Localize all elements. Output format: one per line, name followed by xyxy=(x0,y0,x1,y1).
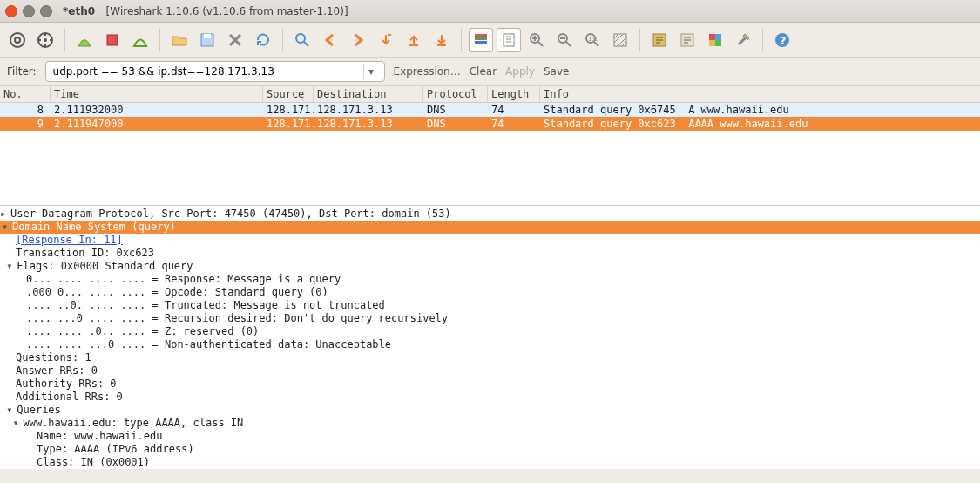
filter-dropdown-icon[interactable]: ▾ xyxy=(363,64,379,79)
go-last-icon[interactable] xyxy=(429,28,454,52)
col-header-proto[interactable]: Protocol xyxy=(423,86,488,102)
detail-additional[interactable]: Additional RRs: 0 xyxy=(0,391,980,404)
zoom-reset-icon[interactable]: 1:1 xyxy=(580,28,605,52)
detail-questions[interactable]: Questions: 1 xyxy=(0,351,980,364)
detail-dns-header[interactable]: Domain Name System (query) xyxy=(0,221,980,234)
col-header-no[interactable]: No. xyxy=(0,86,51,102)
svg-rect-8 xyxy=(475,34,487,37)
svg-point-7 xyxy=(296,34,305,43)
interface-name: *eth0 xyxy=(63,5,95,17)
reload-icon[interactable] xyxy=(251,28,275,52)
col-header-info[interactable]: Info xyxy=(540,86,980,102)
detail-q-name[interactable]: Name: www.hawaii.edu xyxy=(0,430,980,443)
help-icon[interactable]: ? xyxy=(770,28,794,52)
col-header-src[interactable]: Source xyxy=(263,86,314,102)
cell-proto: DNS xyxy=(423,104,488,116)
svg-point-1 xyxy=(15,37,20,43)
app-version: [Wireshark 1.10.6 (v1.10.6 from master-1… xyxy=(106,5,348,17)
cell-time: 2.111947000 xyxy=(51,118,263,130)
filter-expression-button[interactable]: Expression… xyxy=(394,65,461,78)
minimize-window-button[interactable] xyxy=(23,5,35,17)
go-back-icon[interactable] xyxy=(318,28,342,52)
filter-save-button[interactable]: Save xyxy=(544,65,569,78)
detail-queries[interactable]: Queries xyxy=(0,404,980,417)
svg-rect-20 xyxy=(715,34,721,40)
coloring-rules-icon[interactable] xyxy=(703,28,727,52)
collapse-icon[interactable] xyxy=(12,417,23,429)
cell-dst: 128.171.3.13 xyxy=(314,118,423,130)
expand-icon[interactable] xyxy=(0,207,10,220)
stop-capture-icon[interactable] xyxy=(100,28,125,52)
filter-input[interactable] xyxy=(51,65,363,78)
colorize-icon[interactable] xyxy=(469,28,493,52)
svg-rect-11 xyxy=(504,34,514,46)
cell-no: 8 xyxy=(0,104,51,116)
start-capture-icon[interactable] xyxy=(72,28,97,52)
go-to-packet-icon[interactable] xyxy=(374,28,398,52)
packet-row[interactable]: 9 2.111947000 128.171. 128.171.3.13 DNS … xyxy=(0,117,980,131)
collapse-icon[interactable] xyxy=(6,404,17,416)
interfaces-icon[interactable] xyxy=(5,28,30,52)
filter-label: Filter: xyxy=(7,65,37,78)
display-filters-icon[interactable] xyxy=(675,28,700,52)
restart-capture-icon[interactable] xyxy=(128,28,152,52)
resize-columns-icon[interactable] xyxy=(608,28,632,52)
detail-q-type[interactable]: Type: AAAA (IPv6 address) xyxy=(0,443,980,456)
open-file-icon[interactable] xyxy=(167,28,192,52)
collapse-icon[interactable] xyxy=(6,260,17,272)
detail-flag-line[interactable]: .... ..0. .... .... = Truncated: Message… xyxy=(0,299,980,312)
zoom-out-icon[interactable] xyxy=(552,28,577,52)
auto-scroll-icon[interactable] xyxy=(497,28,521,52)
detail-response-in[interactable]: [Response In: 11] xyxy=(0,234,980,247)
filter-input-wrap[interactable]: ▾ xyxy=(45,61,385,82)
detail-flags[interactable]: Flags: 0x0000 Standard query xyxy=(0,260,980,273)
detail-flag-line[interactable]: .... .... .0.. .... = Z: reserved (0) xyxy=(0,325,980,338)
col-header-dst[interactable]: Destination xyxy=(314,86,423,102)
detail-udp[interactable]: User Datagram Protocol, Src Port: 47450 … xyxy=(0,207,980,221)
svg-rect-16 xyxy=(614,34,626,46)
cell-src: 128.171. xyxy=(263,118,314,130)
save-file-icon[interactable] xyxy=(195,28,220,52)
filter-apply-button[interactable]: Apply xyxy=(505,65,535,78)
go-forward-icon[interactable] xyxy=(346,28,370,52)
cell-src: 128.171. xyxy=(263,104,314,116)
detail-flag-line[interactable]: .... .... ...0 .... = Non-authenticated … xyxy=(0,338,980,351)
detail-q-class[interactable]: Class: IN (0x0001) xyxy=(0,456,980,469)
cell-time: 2.111932000 xyxy=(51,104,263,116)
detail-flag-line[interactable]: .... ...0 .... .... = Recursion desired:… xyxy=(0,312,980,325)
window-title: *eth0 [Wireshark 1.10.6 (v1.10.6 from ma… xyxy=(63,5,348,17)
svg-text:1:1: 1:1 xyxy=(588,36,598,43)
detail-authority[interactable]: Authority RRs: 0 xyxy=(0,378,980,391)
detail-txid[interactable]: Transaction ID: 0xc623 xyxy=(0,247,980,260)
cell-info: Standard query 0x6745 A www.hawaii.edu xyxy=(540,104,980,116)
packet-details[interactable]: User Datagram Protocol, Src Port: 47450 … xyxy=(0,206,980,469)
zoom-in-icon[interactable] xyxy=(524,28,549,52)
collapse-icon[interactable] xyxy=(2,221,12,233)
close-window-button[interactable] xyxy=(5,5,17,17)
detail-answer[interactable]: Answer RRs: 0 xyxy=(0,364,980,378)
col-header-time[interactable]: Time xyxy=(51,86,263,102)
col-header-len[interactable]: Length xyxy=(488,86,540,102)
svg-point-0 xyxy=(10,33,24,47)
detail-query-line[interactable]: www.hawaii.edu: type AAAA, class IN xyxy=(0,417,980,430)
maximize-window-button[interactable] xyxy=(40,5,52,17)
filter-clear-button[interactable]: Clear xyxy=(470,65,497,78)
svg-rect-4 xyxy=(107,35,118,45)
cell-info: Standard query 0xc623 AAAA www.hawaii.ed… xyxy=(540,118,980,130)
cell-proto: DNS xyxy=(423,118,488,130)
packet-list-body[interactable]: 8 2.111932000 128.171. 128.171.3.13 DNS … xyxy=(0,103,980,206)
capture-filters-icon[interactable] xyxy=(647,28,672,52)
packet-row[interactable]: 8 2.111932000 128.171. 128.171.3.13 DNS … xyxy=(0,103,980,117)
detail-flag-line[interactable]: 0... .... .... .... = Response: Message … xyxy=(0,273,980,286)
cell-len: 74 xyxy=(488,118,540,130)
separator xyxy=(762,29,763,51)
svg-rect-9 xyxy=(475,37,487,40)
preferences-icon[interactable] xyxy=(731,28,755,52)
find-icon[interactable] xyxy=(290,28,314,52)
svg-rect-6 xyxy=(204,34,211,38)
packet-list-header: No. Time Source Destination Protocol Len… xyxy=(0,85,980,103)
options-icon[interactable] xyxy=(33,28,57,52)
detail-flag-line[interactable]: .000 0... .... .... = Opcode: Standard q… xyxy=(0,286,980,299)
close-file-icon[interactable] xyxy=(223,28,247,52)
go-first-icon[interactable] xyxy=(402,28,426,52)
